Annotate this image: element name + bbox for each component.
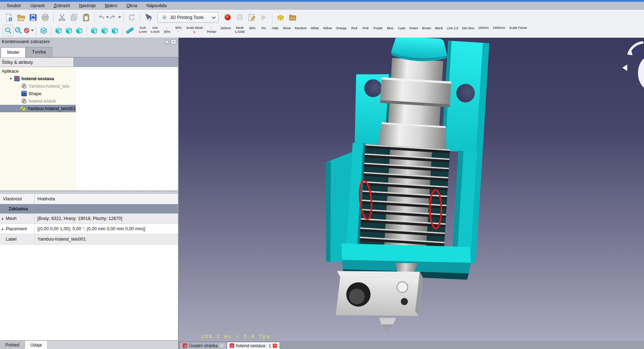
property-value[interactable]: Yamboo-hotend_telo001 [35,237,178,242]
property-group-row[interactable]: Základna [0,204,178,214]
draw-style-dropdown-icon[interactable] [31,30,34,31]
print-tool-button[interactable]: Line 2.0 [446,26,458,30]
macro-play-button[interactable] [258,11,270,24]
panel-splitter[interactable] [0,190,178,194]
tree-item[interactable]: hotend-e3dv6 [0,97,76,105]
macro-edit-button[interactable] [246,11,258,24]
redo-button[interactable] [109,11,121,24]
save-button[interactable] [27,11,39,24]
print-button[interactable] [39,11,51,24]
property-view-tab[interactable]: Pohled [0,341,25,349]
document-tab[interactable]: Úvodní stránka × [180,342,227,349]
print-tool-button[interactable]: 50% [248,26,256,30]
print-tool-button[interactable]: Mesh ↳Solid [235,26,245,34]
print-tool-button[interactable]: Scale Factor [509,26,527,30]
new-document-button[interactable] [3,11,15,24]
menu-item[interactable]: Nástroje [74,2,100,9]
close-tab-icon[interactable]: × [220,344,224,348]
part-button[interactable] [274,11,287,24]
zoom-button[interactable] [13,25,23,36]
tree-item[interactable]: Yamboo-hotend_telo [0,82,76,90]
print-tool-button[interactable]: Scale Mesh ↘ [186,26,203,34]
property-row[interactable]: ▶ Mesh [Body: 6322, Hrany: 19018, Plochy… [0,214,178,224]
tree-expand-icon[interactable]: ▼ [9,77,14,81]
print-tool-button[interactable]: Red [350,26,358,30]
hotend-model[interactable] [316,38,489,337]
front-view-button[interactable] [53,25,64,36]
macro-record-button[interactable] [221,11,234,24]
combo-view-tab[interactable]: Model [1,47,26,57]
copy-button[interactable] [68,11,80,24]
print-tool-button[interactable]: Yellow [323,26,332,30]
nav-sphere[interactable] [638,56,644,91]
property-value[interactable]: [Body: 6322, Hrany: 19018, Plochy: 12670… [35,216,178,221]
property-row[interactable]: Label Yamboo-hotend_telo001 [0,234,178,245]
property-row[interactable]: ▶ Placement [(0,00 0,00 1,00); 0,00 °; (… [0,224,178,234]
close-tab-icon[interactable]: × [273,344,277,348]
combo-view-tab[interactable]: Tvorba [26,47,52,57]
axonometric-view-button[interactable] [38,25,49,36]
menu-item[interactable]: Upravit [26,2,49,9]
print-tool-button[interactable]: Dim Box [462,26,474,30]
print-tool-button[interactable]: 150mm [220,26,231,30]
tree-item[interactable]: ▼ hotend-sestava [0,75,76,82]
property-expand-icon[interactable]: ▶ [0,217,5,220]
print-tool-button[interactable]: ↓ 50% [163,26,171,34]
paste-button[interactable] [80,11,92,24]
nav-pan-left-arrow[interactable] [622,65,627,71]
undo-button[interactable] [97,11,109,24]
3d-viewport[interactable]: Z 290.2 ms / 3.4 fps [179,38,644,342]
print-tool-button[interactable]: Orange [335,26,346,30]
top-view-button[interactable] [64,25,74,36]
macro-stop-button[interactable] [234,11,246,24]
draw-style-button[interactable] [23,25,34,36]
print-tool-button[interactable]: Green [409,26,418,30]
menu-item[interactable]: Makro [100,2,122,9]
print-tool-button[interactable]: 0% [260,26,267,30]
navigation-cluster[interactable]: Z [622,42,644,91]
menu-item[interactable]: Okna [122,2,142,9]
property-view-tab[interactable]: Údaje [25,341,48,349]
menu-item[interactable]: Soubor [2,2,26,9]
undo-dropdown-icon[interactable] [106,16,109,18]
heater-block[interactable] [334,267,423,320]
measure-button[interactable] [125,25,135,36]
print-tool-button[interactable]: Blue [386,26,394,30]
print-tool-button[interactable]: 50% ↑ [174,26,182,34]
print-tool-button[interactable]: Purple [373,26,383,30]
whats-this-button[interactable] [142,11,155,24]
close-panel-button[interactable]: × [171,39,176,44]
menu-item[interactable]: Zobrazit [49,2,74,9]
print-tool-button[interactable]: mm ↳Inch [151,26,160,34]
tree-item[interactable]: Shape [0,90,76,97]
fit-all-button[interactable] [3,25,13,36]
open-document-button[interactable] [15,11,27,24]
right-view-button[interactable] [74,25,84,36]
print-tool-button[interactable]: 150mm [478,26,489,30]
folder-button[interactable] [287,11,299,24]
nozzle[interactable] [378,317,396,333]
print-tool-button[interactable]: Black [435,26,443,30]
print-tool-button[interactable]: ↓ Printer [206,26,216,34]
print-tool-button[interactable]: Pink [362,26,370,30]
property-expand-icon[interactable]: ▶ [0,227,5,230]
property-column-header[interactable]: Vlastnost [0,194,35,204]
print-tool-button[interactable]: 2400mm [492,26,505,30]
print-tool-button[interactable]: Brown [422,26,431,30]
print-tool-button[interactable]: Show [282,26,291,30]
property-value[interactable]: [(0,00 0,00 1,00); 0,00 °; (0,00 mm 0,00… [35,226,178,231]
tree-root-application[interactable]: Aplikace [0,68,178,75]
rear-view-button[interactable] [89,25,99,36]
redo-dropdown-icon[interactable] [118,16,121,18]
workbench-selector[interactable]: 3D Printing Tools [157,12,219,23]
print-tool-button[interactable]: Inch ↳mm [138,26,147,34]
cut-button[interactable] [56,11,68,24]
print-tool-button[interactable]: White [310,26,319,30]
menu-item[interactable]: Nápověda [142,2,171,9]
left-view-button[interactable] [110,25,120,36]
float-panel-button[interactable] [164,39,169,44]
bottom-view-button[interactable] [99,25,110,36]
print-tool-button[interactable]: Random [294,26,307,30]
document-tab[interactable]: hotend-sestava : 1 × [227,342,280,349]
value-column-header[interactable]: Hodnota [35,194,55,204]
